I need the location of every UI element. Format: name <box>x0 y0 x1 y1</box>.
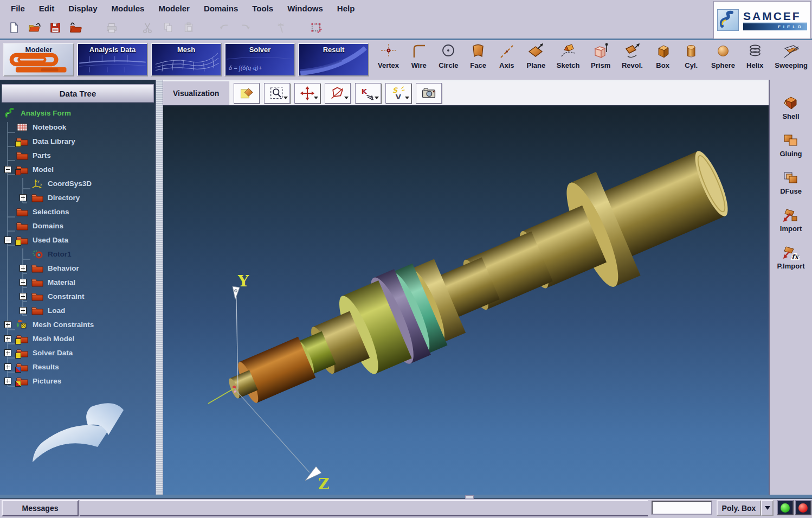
tool-cylinder[interactable]: Cyl. <box>682 42 700 78</box>
tags-button[interactable] <box>355 83 381 104</box>
tree-item-selections[interactable]: Selections <box>0 204 156 219</box>
tree-item-analysis-form[interactable]: Analysis Form <box>0 106 156 120</box>
selection-mode-arrow[interactable] <box>761 500 774 516</box>
tree-item-data-library[interactable]: Data Library <box>0 134 156 148</box>
tool-circle[interactable]: Circle <box>439 42 458 78</box>
visibility-button[interactable] <box>385 83 411 104</box>
expand-expander[interactable] <box>20 265 27 272</box>
tree-item-domains[interactable]: Domains <box>0 219 156 233</box>
tool-vertex[interactable]: Vertex <box>378 42 399 78</box>
menu-tools[interactable]: Tools <box>246 2 280 15</box>
tree-item-load[interactable]: Load <box>0 303 156 317</box>
tree-item-material[interactable]: Material <box>0 275 156 289</box>
open-button[interactable] <box>25 18 44 37</box>
menu-windows[interactable]: Windows <box>281 2 330 15</box>
chevron-down-icon[interactable] <box>344 97 349 101</box>
selection-filter-input[interactable] <box>652 501 712 515</box>
menu-edit[interactable]: Edit <box>33 2 61 15</box>
expand-expander[interactable] <box>4 363 11 370</box>
tool-plane[interactable]: Plane <box>526 42 545 78</box>
dfuse-button[interactable]: DFuse <box>780 170 802 195</box>
menu-help[interactable]: Help <box>331 2 362 15</box>
expand-expander[interactable] <box>4 378 11 385</box>
tree-item-solver-data[interactable]: Solver Data <box>0 346 156 360</box>
menu-display[interactable]: Display <box>62 2 104 15</box>
menu-modeler[interactable]: Modeler <box>152 2 196 15</box>
accept-button[interactable] <box>777 500 794 515</box>
tool-box[interactable]: Box <box>654 42 672 78</box>
tree-item-parts[interactable]: Parts <box>0 148 156 162</box>
tool-helix[interactable]: Helix <box>746 42 764 78</box>
p-import-button[interactable]: P.Import <box>777 245 804 270</box>
cut-button[interactable] <box>138 18 157 37</box>
expand-expander[interactable] <box>4 335 11 342</box>
expand-expander[interactable] <box>20 307 27 314</box>
tool-sketch[interactable]: Sketch <box>557 42 580 78</box>
selection-button[interactable] <box>325 83 351 104</box>
tool-wire[interactable]: Wire <box>410 42 428 78</box>
tool-revolution[interactable]: Revol. <box>622 42 643 78</box>
tree-item-pictures[interactable]: Pictures <box>0 374 156 388</box>
copy-button[interactable] <box>158 18 178 37</box>
expand-expander[interactable] <box>4 349 11 356</box>
tree-item-rotor1[interactable]: Rotor1 <box>0 247 156 261</box>
tool-sphere[interactable]: Sphere <box>711 42 735 78</box>
tree-item-mesh-model[interactable]: Mesh Model <box>0 331 156 346</box>
menu-domains[interactable]: Domains <box>197 2 244 15</box>
tree-item-coordsys3d[interactable]: CoordSys3D <box>0 176 156 190</box>
tree-item-used-data[interactable]: Used Data <box>0 233 156 247</box>
tool-prism[interactable]: Prism <box>591 42 610 78</box>
import-button[interactable]: Import <box>780 207 802 233</box>
chevron-down-icon[interactable] <box>283 97 288 101</box>
zoom-button[interactable] <box>264 83 290 104</box>
tab-result[interactable]: Result <box>298 43 369 76</box>
save-button[interactable] <box>46 18 65 37</box>
3d-viewport[interactable]: Y Z <box>163 106 769 495</box>
tab-analysis-data[interactable]: Analysis Data <box>77 43 148 76</box>
tree-item-notebook[interactable]: Notebook <box>0 120 156 134</box>
undo-button[interactable] <box>215 18 234 37</box>
messages-tab[interactable]: Messages <box>2 500 79 516</box>
tree-item-behavior[interactable]: Behavior <box>0 261 156 275</box>
expand-expander[interactable] <box>20 279 27 286</box>
cancel-button[interactable] <box>795 500 811 515</box>
visualization-tab[interactable]: Visualization <box>163 81 229 105</box>
expand-expander[interactable] <box>20 194 27 201</box>
tab-mesh[interactable]: Mesh <box>151 43 222 76</box>
panel-splitter[interactable] <box>156 80 163 495</box>
tool-axis[interactable]: Axis <box>498 42 515 78</box>
tree-item-directory[interactable]: Directory <box>0 190 156 204</box>
menu-file[interactable]: File <box>4 2 31 15</box>
shell-button[interactable]: Shell <box>782 95 800 120</box>
expand-expander[interactable] <box>4 321 11 328</box>
chevron-down-icon[interactable] <box>314 97 318 101</box>
tree-item-constraint[interactable]: Constraint <box>0 289 156 303</box>
tree-item-mesh-constraints[interactable]: Mesh Constraints <box>0 317 156 331</box>
close-project-button[interactable] <box>66 18 86 37</box>
chevron-down-icon[interactable] <box>375 97 379 101</box>
gluing-button[interactable]: Gluing <box>779 132 802 158</box>
tree-item-results[interactable]: Results <box>0 360 156 374</box>
tree-item-model[interactable]: Model <box>0 162 156 176</box>
modify-button[interactable] <box>271 18 291 37</box>
collapse-expander[interactable] <box>4 236 11 244</box>
h-scrollbar-thumb[interactable] <box>465 495 474 499</box>
tool-face[interactable]: Face <box>469 42 487 78</box>
paste-button[interactable] <box>179 18 198 37</box>
select-box-button[interactable] <box>307 18 326 37</box>
redo-button[interactable] <box>235 18 255 37</box>
selection-mode-dropdown[interactable]: Poly. Box <box>717 500 761 516</box>
collapse-expander[interactable] <box>4 166 11 173</box>
splitter-arrows-icon[interactable] <box>157 82 162 94</box>
render-style-button[interactable] <box>234 83 260 104</box>
tab-modeler[interactable]: Modeler <box>3 43 74 76</box>
print-button[interactable] <box>102 18 121 37</box>
snapshot-button[interactable] <box>416 83 442 104</box>
pan-button[interactable] <box>294 83 320 104</box>
expand-expander[interactable] <box>20 293 27 300</box>
menu-modules[interactable]: Modules <box>105 2 151 15</box>
tab-solver[interactable]: δ = ∫(δ(q·q̇)+ Solver <box>224 43 295 76</box>
new-button[interactable] <box>4 18 24 37</box>
tool-sweeping[interactable]: Sweeping <box>775 42 808 78</box>
chevron-down-icon[interactable] <box>405 97 409 101</box>
